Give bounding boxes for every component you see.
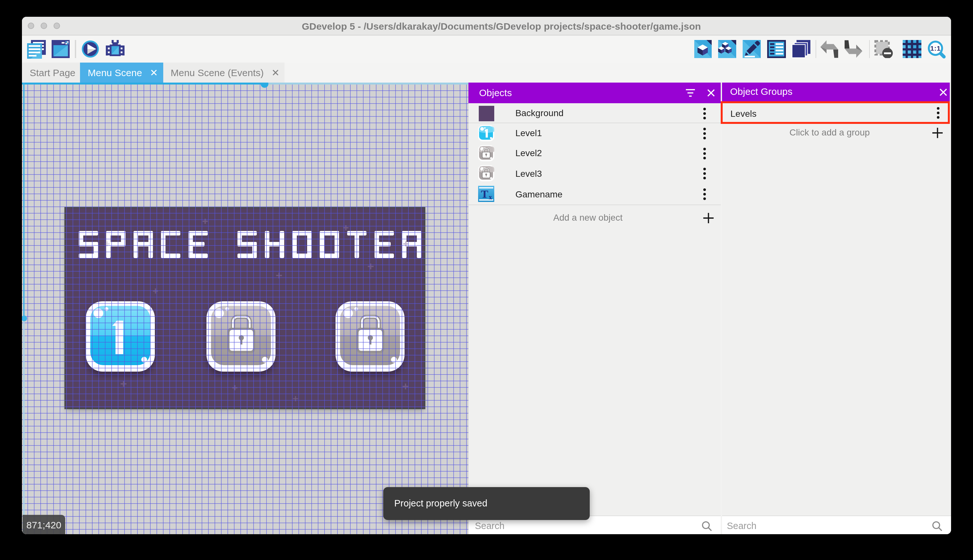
svg-text:x: x: [489, 193, 492, 200]
svg-text:1:1: 1:1: [930, 45, 941, 52]
svg-text:T: T: [481, 188, 488, 200]
